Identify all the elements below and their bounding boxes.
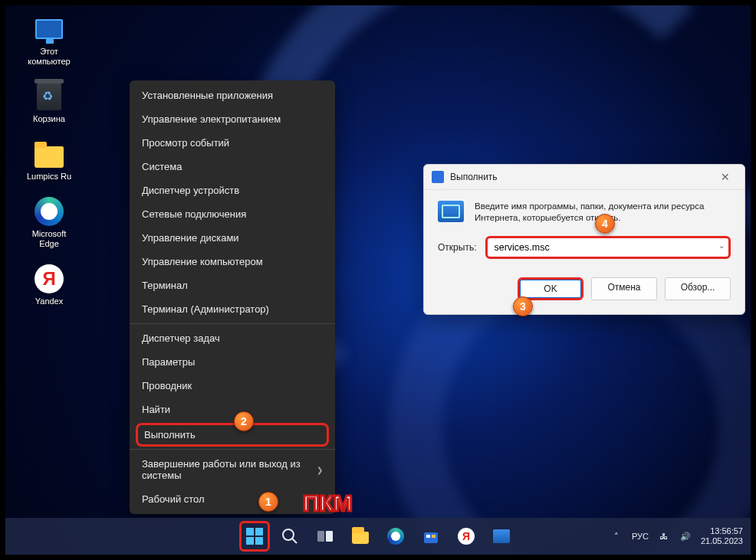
edge-icon[interactable]: Microsoft Edge	[15, 195, 84, 249]
svg-rect-5	[426, 535, 430, 538]
icon-label: Lumpics Ru	[27, 172, 71, 182]
run-dialog: Выполнить ✕ Введите имя программы, папки…	[423, 164, 745, 315]
taskbar: .taskbar .edge:after{inset:5px} Я ˄ РУС …	[5, 518, 751, 555]
annotation-badge-4: 4	[595, 214, 615, 234]
yandex-button[interactable]: Я	[451, 521, 482, 552]
open-label: Открыть:	[438, 242, 476, 253]
system-tray: ˄ РУС 🖧 🔊 13:56:57 21.05.2023	[610, 526, 743, 546]
recycle-bin-icon[interactable]: Корзина	[15, 80, 84, 124]
menu-item-taskmgr[interactable]: Диспетчер задач	[130, 326, 335, 350]
dropdown-icon[interactable]: ⌄	[718, 241, 725, 250]
search-icon	[281, 527, 299, 545]
dialog-title: Выполнить	[450, 172, 714, 182]
folder-icon	[352, 532, 369, 544]
edge-button[interactable]: .taskbar .edge:after{inset:5px}	[380, 521, 411, 552]
svg-point-0	[283, 529, 294, 540]
icon-label: Microsoft Edge	[32, 229, 67, 249]
menu-item-run[interactable]: Выполнить	[136, 423, 329, 447]
browse-button[interactable]: Обзор...	[665, 277, 731, 300]
menu-item-terminal-admin[interactable]: Терминал (Администратор)	[130, 297, 335, 321]
yandex-icon: Я	[458, 528, 475, 545]
taskview-icon	[316, 527, 334, 545]
icon-label: Корзина	[33, 114, 65, 124]
svg-rect-4	[424, 532, 438, 543]
run-large-icon	[438, 201, 464, 222]
folder-icon[interactable]: Lumpics Ru	[15, 138, 84, 182]
svg-line-1	[292, 539, 297, 543]
menu-item-network[interactable]: Сетевые подключения	[130, 202, 335, 226]
menu-item-apps[interactable]: Установленные приложения	[130, 84, 335, 107]
yandex-icon[interactable]: ЯYandex	[15, 263, 84, 306]
menu-item-compmgmt[interactable]: Управление компьютером	[130, 250, 335, 273]
store-button[interactable]	[416, 521, 446, 552]
menu-item-devmgr[interactable]: Диспетчер устройств	[130, 178, 335, 202]
taskview-button[interactable]	[310, 521, 340, 552]
network-icon[interactable]: 🖧	[658, 532, 670, 541]
annotation-badge-1: 1	[258, 492, 278, 512]
edge-icon: .taskbar .edge:after{inset:5px}	[387, 528, 404, 545]
menu-item-power[interactable]: Управление электропитанием	[130, 107, 335, 131]
clock[interactable]: 13:56:57 21.05.2023	[701, 526, 743, 546]
menu-item-terminal[interactable]: Терминал	[130, 273, 335, 297]
cancel-button[interactable]: Отмена	[591, 277, 657, 300]
volume-icon[interactable]: 🔊	[679, 532, 692, 542]
annotation-pkm: ПКМ	[303, 490, 353, 516]
start-button[interactable]	[239, 521, 270, 552]
run-input[interactable]	[485, 236, 731, 259]
titlebar: Выполнить ✕	[424, 165, 744, 190]
run-icon	[432, 171, 444, 183]
menu-item-shutdown[interactable]: Завершение работы или выход из системы❯	[130, 452, 335, 487]
language-indicator[interactable]: РУС	[632, 532, 649, 541]
svg-rect-3	[326, 531, 333, 542]
icon-label: Yandex	[35, 296, 64, 306]
svg-rect-6	[432, 535, 436, 538]
menu-item-events[interactable]: Просмотр событий	[130, 131, 335, 155]
chevron-right-icon: ❯	[317, 466, 323, 474]
run-taskbar-button[interactable]	[486, 521, 517, 552]
menu-item-disks[interactable]: Управление дисками	[130, 226, 335, 250]
menu-item-settings[interactable]: Параметры	[130, 350, 335, 374]
annotation-badge-2: 2	[234, 411, 254, 431]
tray-chevron-icon[interactable]: ˄	[610, 532, 623, 542]
menu-item-system[interactable]: Система	[130, 155, 335, 178]
start-context-menu: Установленные приложения Управление элек…	[130, 80, 335, 514]
annotation-badge-3: 3	[513, 296, 533, 316]
svg-rect-2	[317, 531, 324, 542]
menu-item-explorer[interactable]: Проводник	[130, 374, 335, 398]
desktop-icons: Этот компьютер Корзина Lumpics Ru Micros…	[15, 13, 84, 320]
explorer-button[interactable]	[345, 521, 376, 552]
run-icon	[493, 529, 510, 543]
desktop: Этот компьютер Корзина Lumpics Ru Micros…	[5, 5, 751, 555]
close-button[interactable]: ✕	[714, 171, 737, 183]
icon-label: Этот компьютер	[28, 47, 70, 67]
this-pc-icon[interactable]: Этот компьютер	[15, 13, 84, 67]
store-icon	[422, 527, 440, 545]
menu-item-search[interactable]: Найти	[130, 398, 335, 421]
search-button[interactable]	[274, 521, 305, 552]
windows-logo-icon	[246, 528, 263, 545]
